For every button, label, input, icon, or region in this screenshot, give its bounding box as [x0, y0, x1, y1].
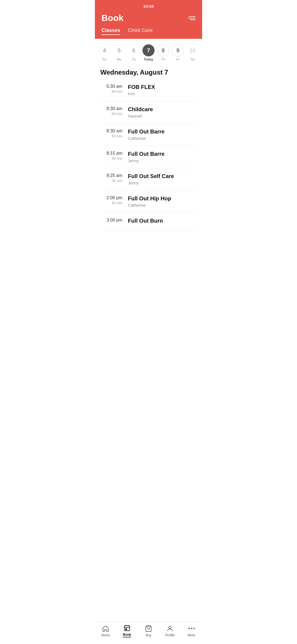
class-name: Full Out Hip Hop: [128, 195, 171, 202]
tab-classes[interactable]: Classes: [101, 28, 120, 35]
calendar-day-9[interactable]: 9Fr: [172, 44, 184, 61]
nav-home[interactable]: Home: [95, 625, 116, 637]
class-item[interactable]: 2:00 pm45 minFull Out Hip HopCatherine: [100, 190, 197, 213]
day-num-10: 10: [186, 44, 199, 56]
class-instructor: Catherine: [128, 136, 164, 141]
class-duration: 60 min: [100, 89, 122, 94]
class-item[interactable]: 3:00 pmFull Out Burn: [100, 213, 197, 230]
tab-childcare[interactable]: Child Care: [128, 28, 153, 35]
class-name: FOB FLEX: [128, 84, 155, 90]
class-time: 8:30 am: [100, 129, 122, 133]
day-num-7: 7: [142, 44, 155, 56]
class-name: Full Out Burn: [128, 218, 163, 224]
tab-bar: Classes Child Care: [101, 28, 196, 39]
day-num-5: 5: [113, 44, 125, 56]
class-time: 5:30 am: [100, 84, 122, 89]
class-time: 2:00 pm: [100, 195, 122, 200]
home-icon: [102, 625, 109, 632]
calendar-strip: 4Su5Mo6Tu7Today8Th9Fr10Sa: [95, 39, 202, 64]
nav-buy-label: Buy: [146, 633, 152, 637]
day-label-7: Today: [144, 58, 153, 61]
class-duration: 35 min: [100, 179, 122, 183]
class-name: Full Out Barre: [128, 129, 164, 135]
svg-point-3: [169, 626, 171, 629]
more-icon: [188, 625, 195, 632]
class-time: 8:30 am: [100, 106, 122, 111]
status-bar: 10:04: [101, 0, 196, 10]
profile-icon: [166, 625, 174, 632]
day-label-8: Th: [161, 58, 165, 61]
class-name: Full Out Self Care: [128, 173, 174, 179]
day-label-5: Mo: [117, 58, 122, 61]
page-title: Book: [101, 13, 123, 23]
class-instructor: Catherine: [128, 203, 171, 208]
buy-icon: [145, 625, 152, 632]
svg-rect-0: [124, 626, 130, 631]
day-label-4: Su: [102, 58, 106, 61]
class-instructor: Jenny: [128, 181, 174, 185]
day-label-10: Sa: [191, 58, 195, 61]
class-time: 8:15 am: [100, 151, 122, 156]
calendar-day-7[interactable]: 7Today: [142, 44, 155, 61]
day-num-4: 4: [98, 44, 111, 56]
day-label-9: Fr: [176, 58, 179, 61]
nav-home-label: Home: [101, 633, 110, 637]
class-item[interactable]: 8:15 am60 minFull Out BarreJenny: [100, 146, 197, 168]
day-label-6: Tu: [132, 58, 136, 61]
class-list: 5:30 am60 minFOB FLEXKim8:30 am60 minChi…: [95, 79, 202, 230]
class-duration: 60 min: [100, 156, 122, 160]
class-duration: 60 min: [100, 112, 122, 116]
nav-profile-label: Profile: [165, 633, 175, 637]
class-instructor: Jenny: [128, 158, 164, 163]
day-num-6: 6: [128, 44, 140, 56]
class-instructor: Hannah: [128, 114, 153, 118]
book-icon: [123, 624, 131, 632]
nav-profile[interactable]: Profile: [159, 625, 181, 637]
class-instructor: Kim: [128, 91, 155, 96]
class-time: 9:25 am: [100, 173, 122, 178]
class-name: Full Out Barre: [128, 151, 164, 157]
svg-rect-1: [126, 629, 127, 630]
filter-button[interactable]: [188, 16, 196, 20]
day-num-8: 8: [157, 44, 169, 56]
class-item[interactable]: 5:30 am60 minFOB FLEXKim: [100, 79, 197, 101]
nav-more[interactable]: More: [181, 625, 202, 637]
header: 10:04 Book Classes Child Care: [95, 0, 202, 39]
calendar-day-10[interactable]: 10Sa: [186, 44, 199, 61]
calendar-day-8[interactable]: 8Th: [157, 44, 169, 61]
calendar-day-5[interactable]: 5Mo: [113, 44, 125, 61]
status-time: 10:04: [143, 4, 154, 9]
nav-book-label: Book: [123, 633, 131, 637]
class-item[interactable]: 8:30 am60 minFull Out BarreCatherine: [100, 124, 197, 146]
bottom-nav: Home Book Buy Profile More: [95, 621, 202, 644]
class-duration: 60 min: [100, 134, 122, 138]
calendar-day-6[interactable]: 6Tu: [128, 44, 140, 61]
class-item[interactable]: 9:25 am35 minFull Out Self CareJenny: [100, 168, 197, 190]
day-num-9: 9: [172, 44, 184, 56]
calendar-day-4[interactable]: 4Su: [98, 44, 111, 61]
date-heading: Wednesday, August 7: [95, 64, 202, 79]
class-duration: 45 min: [100, 201, 122, 205]
nav-more-label: More: [188, 633, 195, 637]
class-item[interactable]: 8:30 am60 minChildcareHannah: [100, 101, 197, 124]
nav-book[interactable]: Book: [116, 624, 138, 637]
class-time: 3:00 pm: [100, 218, 122, 223]
nav-buy[interactable]: Buy: [138, 625, 159, 637]
class-name: Childcare: [128, 106, 153, 113]
